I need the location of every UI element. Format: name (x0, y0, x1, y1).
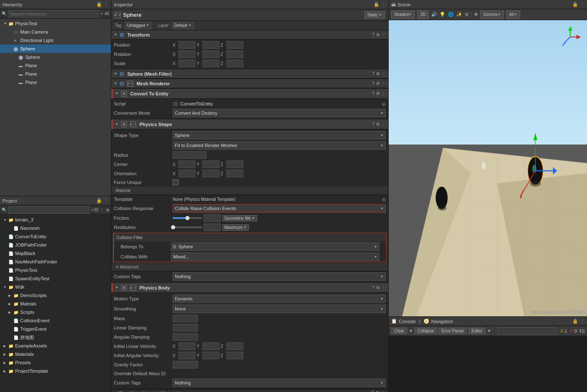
hierarchy-item-plane2[interactable]: ▬ Plane (0, 70, 111, 78)
project-item-pinditu[interactable]: 📄 拼地图 (0, 333, 111, 342)
project-item-navmesh[interactable]: 📄 Navmesh (0, 224, 111, 232)
position-z[interactable]: 10 (226, 41, 243, 49)
cte-help-icon[interactable]: ? (372, 91, 374, 96)
pb-motiontype-dropdown[interactable]: Dynamic ▼ (173, 295, 386, 303)
hierarchy-item-sphere2[interactable]: ⬤ Sphere (0, 53, 111, 61)
project-item-materials[interactable]: ▶ 📁 Materials (0, 350, 111, 358)
error-pause-button[interactable]: Error Pause (439, 328, 467, 334)
project-item-navmeshpathfinder[interactable]: 📄 NavMeshPathFinder (0, 258, 111, 266)
view2d-btn[interactable]: 2D (417, 11, 429, 19)
ps-radius-input[interactable]: 0.5 (173, 151, 206, 159)
hierarchy-item-plane1[interactable]: ▬ Plane (0, 61, 111, 70)
ps-fit-dropdown[interactable]: Fit to Enabled Render Meshes ▼ (173, 141, 386, 150)
project-item-wdk[interactable]: ▼ 📁 Wdk (0, 283, 111, 291)
transform-settings-icon[interactable]: ⚙ (376, 32, 380, 37)
shading-dropdown[interactable]: Shaded ▼ (391, 11, 415, 19)
transform-menu-icon[interactable]: ⋮ (382, 32, 386, 37)
rotation-x[interactable]: 0 (179, 50, 195, 58)
pb-iav-x[interactable]: 0 (179, 352, 195, 359)
ps-collisionresponse-dropdown[interactable]: Collide Raise Collision Events ▼ (173, 204, 386, 213)
project-item-presets[interactable]: ▶ 📁 Presets (0, 358, 111, 367)
cte-settings-icon[interactable]: ⚙ (376, 91, 380, 96)
project-item-collisionevent[interactable]: 📄 CollisionEvent (0, 316, 111, 325)
hierarchy-item-physictest[interactable]: ▼ 📁 PhysicTest (0, 19, 111, 28)
cte-conversion-dropdown[interactable]: Convert And Destroy ▼ (173, 109, 386, 117)
project-search-input[interactable] (8, 206, 89, 214)
project-item-projecttemplate[interactable]: ▶ 📁 ProjectTemplate (0, 367, 111, 375)
project-view-icon[interactable]: ⋮ (100, 208, 104, 212)
scene-fx-icon[interactable]: ✨ (456, 12, 462, 17)
tag-dropdown[interactable]: Untagged ▼ (125, 22, 151, 29)
meshrenderer-collapse-arrow[interactable]: ▼ (114, 82, 117, 85)
pb-checkbox[interactable]: ✓ (130, 285, 136, 291)
editor-button[interactable]: Editor (469, 328, 485, 334)
pb-smoothing-dropdown[interactable]: None ▼ (173, 305, 386, 313)
meshrenderer-menu-icon[interactable]: ⋮ (382, 81, 386, 86)
ps-orient-x[interactable]: 0 (179, 170, 195, 177)
console-search-input[interactable] (498, 327, 556, 335)
ps-center-x[interactable]: 0 (179, 160, 195, 168)
project-item-physictest[interactable]: 📄 PhysicTest (0, 266, 111, 274)
position-y[interactable]: 5 (203, 41, 219, 49)
pb-lineardamping-input[interactable]: 0.01 (173, 324, 198, 331)
pb-angulardamping-input[interactable]: 0.05 (173, 333, 198, 341)
ps-orient-y[interactable]: 0 (203, 170, 219, 177)
meshfilter-help-icon[interactable]: ? (372, 71, 374, 76)
clear-button[interactable]: Clear (391, 328, 407, 334)
console-menu-icon[interactable]: ⋮ (580, 318, 584, 324)
cte-collapse-arrow[interactable]: ▼ (115, 92, 118, 95)
material-menu-icon[interactable]: ⋮ (381, 390, 385, 392)
scale-x[interactable]: 1 (179, 60, 195, 67)
meshfilter-collapse-arrow[interactable]: ▼ (114, 72, 117, 76)
rotation-y[interactable]: 0 (203, 50, 219, 58)
pb-ilv-z[interactable]: 0 (226, 342, 243, 350)
project-item-triggerevent[interactable]: 📄 TriggerEvent (0, 325, 111, 333)
material-settings-icon[interactable]: ⚙ (375, 390, 379, 392)
project-filter-icon[interactable]: +30 (91, 208, 98, 212)
scene-skybox-icon[interactable]: 🌐 (448, 12, 454, 17)
ps-restitution-input[interactable]: 0 (204, 224, 221, 231)
pb-collapse-arrow[interactable]: ▼ (115, 286, 118, 289)
ps-shapetype-dropdown[interactable]: Sphere ▼ (173, 131, 386, 139)
inspector-menu-icon[interactable]: ⋮ (381, 2, 386, 7)
project-item-demoscripts[interactable]: ▶ 📁 DemoScripts (0, 291, 111, 300)
scene-grid-icon[interactable]: ⊞ (465, 12, 469, 17)
friction-slider-track[interactable] (173, 217, 202, 219)
ps-customtags-dropdown[interactable]: Nothing ▼ (173, 272, 386, 281)
ps-center-z[interactable]: 0 (226, 160, 243, 168)
restitution-slider-thumb[interactable] (171, 225, 175, 229)
meshfilter-menu-icon[interactable]: ⋮ (382, 71, 386, 76)
restitution-slider-track[interactable] (173, 226, 202, 228)
ps-orient-z[interactable]: 0 (226, 170, 243, 177)
scene-move-icon[interactable]: ✥ (474, 12, 478, 17)
transform-collapse-arrow[interactable]: ▼ (114, 33, 117, 37)
position-x[interactable]: -9 (179, 41, 195, 49)
project-item-scripts[interactable]: ▶ 📁 Scripts (0, 308, 111, 316)
pb-iav-y[interactable]: 0 (203, 352, 219, 359)
ps-restitution-mode[interactable]: Maximum ▼ (222, 224, 249, 231)
project-item-jobpathfinder[interactable]: 📄 JOBPathFinder (0, 241, 111, 249)
ps-settings-icon[interactable]: ⚙ (376, 122, 380, 126)
ps-collapse-arrow[interactable]: ▼ (115, 122, 118, 126)
meshrenderer-settings-icon[interactable]: ⚙ (376, 81, 380, 86)
project-item-spawnentitytest[interactable]: 📄 SpawnEntityTest (0, 274, 111, 283)
project-item-matrials[interactable]: ▶ 📁 Matrials (0, 300, 111, 308)
pb-menu-icon[interactable]: ⋮ (382, 285, 386, 290)
ps-friction-mode[interactable]: Geometric Me ▼ (222, 215, 257, 221)
project-item-terrain[interactable]: ▼ 📁 terrain_3 (0, 216, 111, 224)
meshrenderer-checkbox[interactable]: ✓ (127, 81, 133, 87)
gameobject-enabled-checkbox[interactable]: ✓ (115, 12, 121, 18)
meshfilter-settings-icon[interactable]: ⚙ (376, 71, 380, 76)
collides-with-dropdown[interactable]: Mixed... ▼ (171, 253, 379, 261)
belongs-to-dropdown[interactable]: 0: Sphere ▼ (171, 242, 379, 251)
ps-help-icon[interactable]: ? (372, 122, 374, 126)
ps-center-y[interactable]: 0 (203, 160, 219, 168)
project-add-icon[interactable]: ⊕ (106, 208, 109, 212)
gizmos-btn[interactable]: Gizmos ▼ (480, 11, 504, 19)
ps-checkbox[interactable]: ✓ (130, 121, 136, 127)
project-item-converttoentity[interactable]: 📄 ConverToEntity (0, 232, 111, 241)
rotation-z[interactable]: 0 (226, 50, 243, 58)
pb-customtags-dropdown[interactable]: Nothing ▼ (173, 379, 386, 387)
hierarchy-add-icon[interactable]: + (100, 11, 103, 16)
project-item-mapblack[interactable]: 📄 MapBlack (0, 249, 111, 258)
